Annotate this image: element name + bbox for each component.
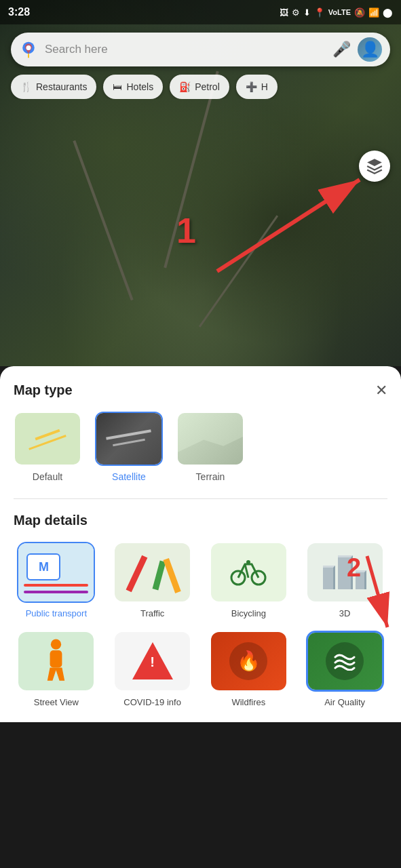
chip-hotels-label: Hotels <box>126 81 153 92</box>
metro-icon: M <box>26 553 60 580</box>
download-icon: ⬇ <box>303 7 311 18</box>
battery-icon: ⬤ <box>383 7 393 18</box>
chip-petrol-label: Petrol <box>195 81 220 92</box>
detail-bicycling[interactable]: Bicycling <box>206 542 292 620</box>
hotel-icon: 🛏 <box>113 81 122 92</box>
close-button[interactable]: ✕ <box>375 383 387 398</box>
detail-streetview-label: Street View <box>34 697 79 709</box>
map-type-terrain-thumb[interactable] <box>176 412 244 466</box>
detail-airquality-label: Air Quality <box>324 697 365 709</box>
map-details-grid: M Public transport Traffic <box>14 542 387 709</box>
detail-streetview[interactable]: Street View <box>14 631 99 709</box>
search-bar[interactable]: Search here 🎤 👤 <box>11 33 390 66</box>
mic-icon[interactable]: 🎤 <box>332 41 351 58</box>
buildings-icon <box>323 555 366 589</box>
photo-icon: 🖼 <box>280 7 288 18</box>
map-type-terrain[interactable]: Terrain <box>176 412 244 482</box>
svg-point-1 <box>26 45 31 50</box>
detail-covid-label: COVID-19 info <box>123 697 181 709</box>
bicycle-icon <box>228 552 269 593</box>
air-quality-icon <box>326 642 364 680</box>
detail-transport-label: Public transport <box>26 608 87 620</box>
avatar-image: 👤 <box>361 41 379 58</box>
detail-airquality[interactable]: 2 Air Quality <box>302 631 387 709</box>
volte-icon: VoLTE <box>328 8 351 16</box>
google-maps-logo <box>19 40 38 59</box>
detail-wildfires[interactable]: 🔥 Wildfires <box>206 631 292 709</box>
svg-point-7 <box>51 639 61 649</box>
detail-transport[interactable]: M Public transport <box>14 542 99 620</box>
search-input[interactable]: Search here <box>45 43 326 56</box>
layer-button[interactable] <box>359 151 390 182</box>
detail-transport-thumb[interactable]: M <box>17 542 95 603</box>
filter-chips: 🍴 Restaurants 🛏 Hotels ⛽ Petrol ➕ H <box>0 75 401 99</box>
bottom-panel: Map type ✕ Default Satellite Terrain Map <box>0 366 401 722</box>
map-type-satellite[interactable]: Satellite <box>95 412 163 482</box>
chip-restaurants[interactable]: 🍴 Restaurants <box>11 75 96 99</box>
map-type-terrain-label: Terrain <box>196 471 225 482</box>
wildfire-icon: 🔥 <box>229 642 267 680</box>
mute-icon: 🔕 <box>354 7 365 18</box>
petrol-icon: ⛽ <box>179 81 191 92</box>
map-type-default-label: Default <box>33 471 62 482</box>
detail-3d-label: 3D <box>339 608 351 620</box>
detail-traffic[interactable]: Traffic <box>110 542 195 620</box>
map-type-satellite-thumb[interactable] <box>95 412 163 466</box>
chip-more-label: H <box>261 81 268 92</box>
settings-icon: ⚙ <box>292 7 300 18</box>
location-icon: 📍 <box>314 7 325 18</box>
chip-petrol[interactable]: ⛽ Petrol <box>170 75 229 99</box>
plus-icon: ➕ <box>246 81 257 92</box>
chip-more[interactable]: ➕ H <box>236 75 278 99</box>
svg-point-6 <box>246 560 250 564</box>
detail-wildfires-label: Wildfires <box>231 697 265 709</box>
detail-bicycling-label: Bicycling <box>231 608 266 620</box>
avatar[interactable]: 👤 <box>358 37 382 62</box>
map-type-default[interactable]: Default <box>14 412 81 482</box>
svg-rect-8 <box>50 650 62 667</box>
map-view[interactable]: 3:28 🖼 ⚙ ⬇ 📍 VoLTE 🔕 📶 ⬤ Search here 🎤 👤 <box>0 0 401 366</box>
chip-hotels[interactable]: 🛏 Hotels <box>103 75 163 99</box>
status-time: 3:28 <box>8 6 30 18</box>
detail-traffic-label: Traffic <box>140 608 164 620</box>
air-waves-icon <box>332 652 357 671</box>
map-type-default-thumb[interactable] <box>14 412 81 466</box>
layers-icon <box>366 157 383 175</box>
detail-covid[interactable]: ! COVID-19 info <box>110 631 195 709</box>
status-bar: 3:28 🖼 ⚙ ⬇ 📍 VoLTE 🔕 📶 ⬤ <box>0 0 401 24</box>
map-type-satellite-label: Satellite <box>112 471 146 482</box>
map-type-header: Map type ✕ <box>14 382 387 398</box>
map-type-title: Map type <box>14 382 73 398</box>
chip-restaurants-label: Restaurants <box>36 81 87 92</box>
annotation-number-1: 1 <box>176 210 196 251</box>
map-types-row: Default Satellite Terrain <box>14 412 387 482</box>
status-icons: 🖼 ⚙ ⬇ 📍 VoLTE 🔕 📶 ⬤ <box>280 7 393 18</box>
detail-3d[interactable]: 3D <box>302 542 387 620</box>
signal-icon: 📶 <box>368 7 379 18</box>
section-divider <box>14 498 387 499</box>
map-details-title: Map details <box>14 513 387 528</box>
restaurant-icon: 🍴 <box>20 81 32 92</box>
pegman-icon <box>37 637 75 685</box>
